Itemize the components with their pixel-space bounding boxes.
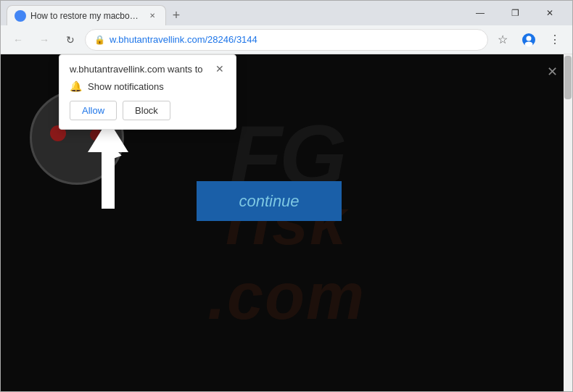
title-bar: How to restore my macbook air ✕ + — ❐ ✕ xyxy=(1,1,572,25)
popup-title: w.bhutantravellink.com wants to xyxy=(70,64,214,75)
address-bar[interactable]: 🔒 w.bhutantravellink.com/28246/3144 xyxy=(85,29,488,51)
popup-header: w.bhutantravellink.com wants to ✕ xyxy=(70,64,226,75)
svg-point-2 xyxy=(525,41,533,46)
popup-buttons: Allow Block xyxy=(70,101,226,120)
scrollbar[interactable] xyxy=(564,54,572,391)
arrow-up xyxy=(88,120,128,209)
minimize-button[interactable]: — xyxy=(463,1,497,25)
popup-notification-text: Show notifications xyxy=(88,81,164,92)
address-text: w.bhutantravellink.com/28246/3144 xyxy=(110,34,479,45)
nav-bar: ← → ↻ 🔒 w.bhutantravellink.com/28246/314… xyxy=(1,25,572,54)
profile-button[interactable] xyxy=(517,28,540,51)
window-controls: — ❐ ✕ xyxy=(463,1,566,25)
notification-popup: w.bhutantravellink.com wants to ✕ 🔔 Show… xyxy=(59,54,236,130)
bookmark-button[interactable]: ☆ xyxy=(491,28,514,51)
maximize-button[interactable]: ❐ xyxy=(498,1,532,25)
active-tab[interactable]: How to restore my macbook air ✕ xyxy=(7,5,166,25)
profile-icon xyxy=(522,33,536,47)
tab-favicon xyxy=(15,10,26,22)
allow-button[interactable]: Allow xyxy=(70,101,117,120)
browser-window: How to restore my macbook air ✕ + — ❐ ✕ … xyxy=(0,0,573,392)
tab-strip: How to restore my macbook air ✕ + xyxy=(7,1,461,25)
tab-title: How to restore my macbook air xyxy=(30,11,142,21)
tab-close-button[interactable]: ✕ xyxy=(147,10,158,22)
forward-button[interactable]: → xyxy=(33,28,56,51)
new-tab-button[interactable]: + xyxy=(166,5,186,25)
back-button[interactable]: ← xyxy=(7,28,30,51)
popup-notification-row: 🔔 Show notifications xyxy=(70,80,226,92)
page-content: FG risk .com continue ✕ xyxy=(1,54,572,391)
arrow-shaft xyxy=(102,151,115,209)
scrollbar-thumb[interactable] xyxy=(564,56,572,99)
popup-close-button[interactable]: ✕ xyxy=(214,64,226,74)
watermark-com: .com xyxy=(207,259,366,334)
lock-icon: 🔒 xyxy=(94,35,105,45)
svg-point-1 xyxy=(527,36,532,41)
bell-icon: 🔔 xyxy=(70,80,82,92)
close-window-button[interactable]: ✕ xyxy=(533,1,566,25)
block-button[interactable]: Block xyxy=(123,101,170,120)
page-close-button[interactable]: ✕ xyxy=(542,62,562,82)
menu-button[interactable]: ⋮ xyxy=(543,28,566,51)
reload-button[interactable]: ↻ xyxy=(59,28,82,51)
continue-button[interactable]: continue xyxy=(197,181,342,221)
